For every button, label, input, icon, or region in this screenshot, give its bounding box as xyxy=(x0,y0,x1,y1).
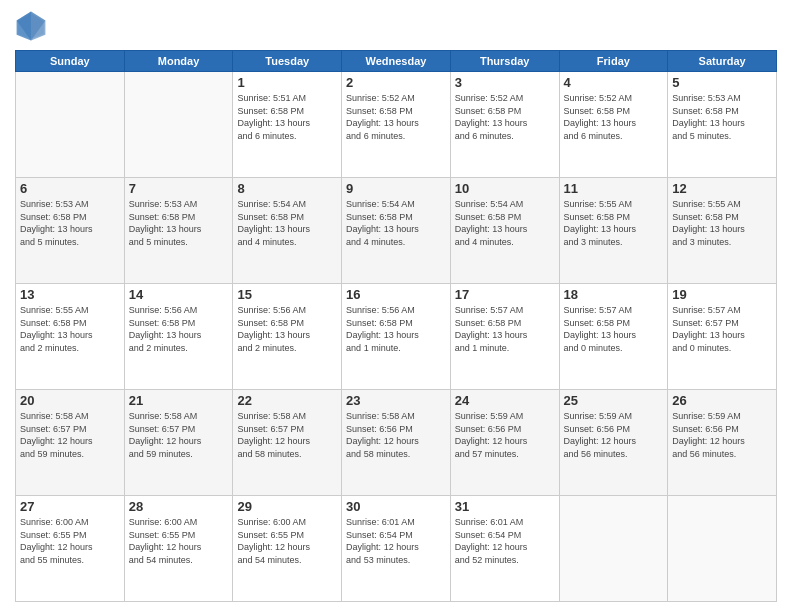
calendar-cell: 20Sunrise: 5:58 AM Sunset: 6:57 PM Dayli… xyxy=(16,390,125,496)
calendar-cell: 2Sunrise: 5:52 AM Sunset: 6:58 PM Daylig… xyxy=(342,72,451,178)
day-number: 30 xyxy=(346,499,446,514)
day-number: 28 xyxy=(129,499,229,514)
day-number: 3 xyxy=(455,75,555,90)
day-info: Sunrise: 5:52 AM Sunset: 6:58 PM Dayligh… xyxy=(455,92,555,142)
day-number: 17 xyxy=(455,287,555,302)
calendar-cell: 5Sunrise: 5:53 AM Sunset: 6:58 PM Daylig… xyxy=(668,72,777,178)
calendar-cell: 15Sunrise: 5:56 AM Sunset: 6:58 PM Dayli… xyxy=(233,284,342,390)
day-info: Sunrise: 5:56 AM Sunset: 6:58 PM Dayligh… xyxy=(129,304,229,354)
calendar-cell: 25Sunrise: 5:59 AM Sunset: 6:56 PM Dayli… xyxy=(559,390,668,496)
day-number: 14 xyxy=(129,287,229,302)
day-number: 8 xyxy=(237,181,337,196)
day-info: Sunrise: 5:53 AM Sunset: 6:58 PM Dayligh… xyxy=(129,198,229,248)
day-info: Sunrise: 5:52 AM Sunset: 6:58 PM Dayligh… xyxy=(346,92,446,142)
day-info: Sunrise: 5:56 AM Sunset: 6:58 PM Dayligh… xyxy=(237,304,337,354)
calendar-cell: 6Sunrise: 5:53 AM Sunset: 6:58 PM Daylig… xyxy=(16,178,125,284)
day-number: 12 xyxy=(672,181,772,196)
day-info: Sunrise: 6:01 AM Sunset: 6:54 PM Dayligh… xyxy=(346,516,446,566)
day-info: Sunrise: 5:57 AM Sunset: 6:57 PM Dayligh… xyxy=(672,304,772,354)
day-number: 9 xyxy=(346,181,446,196)
weekday-header-thursday: Thursday xyxy=(450,51,559,72)
day-number: 16 xyxy=(346,287,446,302)
calendar-cell: 12Sunrise: 5:55 AM Sunset: 6:58 PM Dayli… xyxy=(668,178,777,284)
day-number: 20 xyxy=(20,393,120,408)
calendar-cell: 7Sunrise: 5:53 AM Sunset: 6:58 PM Daylig… xyxy=(124,178,233,284)
calendar-cell: 27Sunrise: 6:00 AM Sunset: 6:55 PM Dayli… xyxy=(16,496,125,602)
day-info: Sunrise: 5:58 AM Sunset: 6:57 PM Dayligh… xyxy=(237,410,337,460)
day-number: 22 xyxy=(237,393,337,408)
calendar-cell xyxy=(16,72,125,178)
calendar-table: SundayMondayTuesdayWednesdayThursdayFrid… xyxy=(15,50,777,602)
header xyxy=(15,10,777,42)
calendar-cell: 14Sunrise: 5:56 AM Sunset: 6:58 PM Dayli… xyxy=(124,284,233,390)
day-info: Sunrise: 5:58 AM Sunset: 6:57 PM Dayligh… xyxy=(129,410,229,460)
day-number: 15 xyxy=(237,287,337,302)
day-info: Sunrise: 5:51 AM Sunset: 6:58 PM Dayligh… xyxy=(237,92,337,142)
calendar-cell: 17Sunrise: 5:57 AM Sunset: 6:58 PM Dayli… xyxy=(450,284,559,390)
day-info: Sunrise: 5:53 AM Sunset: 6:58 PM Dayligh… xyxy=(672,92,772,142)
weekday-header-saturday: Saturday xyxy=(668,51,777,72)
calendar-cell: 4Sunrise: 5:52 AM Sunset: 6:58 PM Daylig… xyxy=(559,72,668,178)
day-info: Sunrise: 5:55 AM Sunset: 6:58 PM Dayligh… xyxy=(20,304,120,354)
day-info: Sunrise: 6:01 AM Sunset: 6:54 PM Dayligh… xyxy=(455,516,555,566)
calendar-cell: 23Sunrise: 5:58 AM Sunset: 6:56 PM Dayli… xyxy=(342,390,451,496)
day-info: Sunrise: 5:54 AM Sunset: 6:58 PM Dayligh… xyxy=(346,198,446,248)
day-info: Sunrise: 5:59 AM Sunset: 6:56 PM Dayligh… xyxy=(672,410,772,460)
calendar-cell: 18Sunrise: 5:57 AM Sunset: 6:58 PM Dayli… xyxy=(559,284,668,390)
calendar-cell: 26Sunrise: 5:59 AM Sunset: 6:56 PM Dayli… xyxy=(668,390,777,496)
calendar-cell: 24Sunrise: 5:59 AM Sunset: 6:56 PM Dayli… xyxy=(450,390,559,496)
day-number: 26 xyxy=(672,393,772,408)
day-number: 11 xyxy=(564,181,664,196)
day-info: Sunrise: 6:00 AM Sunset: 6:55 PM Dayligh… xyxy=(129,516,229,566)
weekday-header-wednesday: Wednesday xyxy=(342,51,451,72)
calendar-cell: 13Sunrise: 5:55 AM Sunset: 6:58 PM Dayli… xyxy=(16,284,125,390)
day-number: 13 xyxy=(20,287,120,302)
calendar-cell xyxy=(668,496,777,602)
day-info: Sunrise: 5:54 AM Sunset: 6:58 PM Dayligh… xyxy=(237,198,337,248)
day-info: Sunrise: 5:59 AM Sunset: 6:56 PM Dayligh… xyxy=(564,410,664,460)
day-number: 2 xyxy=(346,75,446,90)
day-info: Sunrise: 5:55 AM Sunset: 6:58 PM Dayligh… xyxy=(672,198,772,248)
calendar-cell: 10Sunrise: 5:54 AM Sunset: 6:58 PM Dayli… xyxy=(450,178,559,284)
week-row-3: 13Sunrise: 5:55 AM Sunset: 6:58 PM Dayli… xyxy=(16,284,777,390)
calendar-cell: 9Sunrise: 5:54 AM Sunset: 6:58 PM Daylig… xyxy=(342,178,451,284)
day-info: Sunrise: 5:57 AM Sunset: 6:58 PM Dayligh… xyxy=(455,304,555,354)
day-info: Sunrise: 5:56 AM Sunset: 6:58 PM Dayligh… xyxy=(346,304,446,354)
day-number: 29 xyxy=(237,499,337,514)
day-number: 6 xyxy=(20,181,120,196)
calendar-cell: 22Sunrise: 5:58 AM Sunset: 6:57 PM Dayli… xyxy=(233,390,342,496)
calendar-cell: 31Sunrise: 6:01 AM Sunset: 6:54 PM Dayli… xyxy=(450,496,559,602)
calendar-cell xyxy=(124,72,233,178)
day-info: Sunrise: 5:53 AM Sunset: 6:58 PM Dayligh… xyxy=(20,198,120,248)
calendar-cell: 21Sunrise: 5:58 AM Sunset: 6:57 PM Dayli… xyxy=(124,390,233,496)
calendar-cell: 29Sunrise: 6:00 AM Sunset: 6:55 PM Dayli… xyxy=(233,496,342,602)
weekday-header-friday: Friday xyxy=(559,51,668,72)
day-info: Sunrise: 5:58 AM Sunset: 6:57 PM Dayligh… xyxy=(20,410,120,460)
calendar-cell: 11Sunrise: 5:55 AM Sunset: 6:58 PM Dayli… xyxy=(559,178,668,284)
weekday-header-tuesday: Tuesday xyxy=(233,51,342,72)
day-number: 31 xyxy=(455,499,555,514)
week-row-2: 6Sunrise: 5:53 AM Sunset: 6:58 PM Daylig… xyxy=(16,178,777,284)
day-info: Sunrise: 5:59 AM Sunset: 6:56 PM Dayligh… xyxy=(455,410,555,460)
weekday-header-sunday: Sunday xyxy=(16,51,125,72)
calendar-cell: 28Sunrise: 6:00 AM Sunset: 6:55 PM Dayli… xyxy=(124,496,233,602)
calendar-cell: 1Sunrise: 5:51 AM Sunset: 6:58 PM Daylig… xyxy=(233,72,342,178)
day-number: 25 xyxy=(564,393,664,408)
logo-icon xyxy=(15,10,47,42)
day-number: 4 xyxy=(564,75,664,90)
logo xyxy=(15,10,51,42)
day-info: Sunrise: 6:00 AM Sunset: 6:55 PM Dayligh… xyxy=(237,516,337,566)
day-info: Sunrise: 5:57 AM Sunset: 6:58 PM Dayligh… xyxy=(564,304,664,354)
day-info: Sunrise: 5:54 AM Sunset: 6:58 PM Dayligh… xyxy=(455,198,555,248)
week-row-4: 20Sunrise: 5:58 AM Sunset: 6:57 PM Dayli… xyxy=(16,390,777,496)
day-number: 18 xyxy=(564,287,664,302)
calendar-cell: 30Sunrise: 6:01 AM Sunset: 6:54 PM Dayli… xyxy=(342,496,451,602)
weekday-header-row: SundayMondayTuesdayWednesdayThursdayFrid… xyxy=(16,51,777,72)
calendar-cell: 19Sunrise: 5:57 AM Sunset: 6:57 PM Dayli… xyxy=(668,284,777,390)
day-number: 27 xyxy=(20,499,120,514)
day-number: 1 xyxy=(237,75,337,90)
day-number: 5 xyxy=(672,75,772,90)
day-number: 23 xyxy=(346,393,446,408)
day-number: 24 xyxy=(455,393,555,408)
day-info: Sunrise: 5:52 AM Sunset: 6:58 PM Dayligh… xyxy=(564,92,664,142)
